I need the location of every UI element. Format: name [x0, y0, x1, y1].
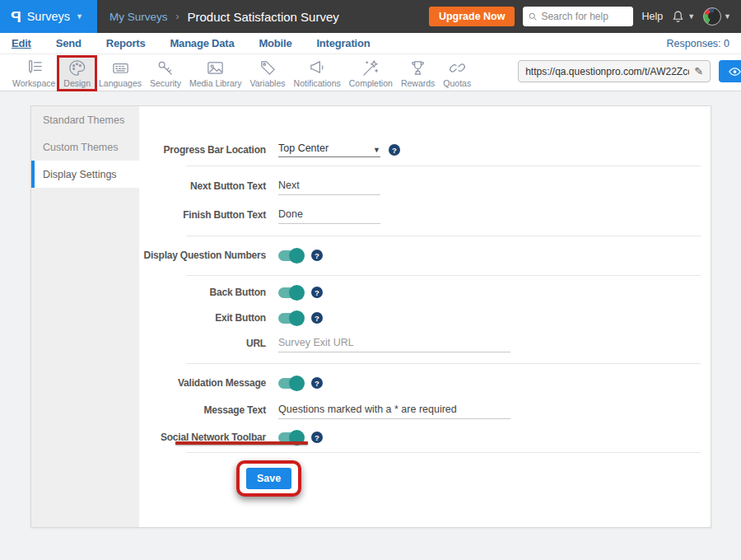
toolbar-label: Variables	[250, 78, 286, 88]
notifications-megaphone-icon	[308, 58, 327, 77]
toolbar-item-rewards[interactable]: Rewards	[397, 57, 439, 90]
social-network-toolbar-label: Social Network Toolbar	[139, 432, 266, 443]
breadcrumb-separator-icon: ›	[176, 11, 179, 22]
social-network-toolbar-toggle[interactable]	[278, 432, 303, 443]
questionpro-app: P Surveys ▼ My Surveys › Product Satisfa…	[0, 0, 741, 560]
toolbar-item-quotas[interactable]: Quotas	[439, 57, 475, 90]
toolbar-label: Languages	[99, 78, 142, 88]
next-button-text-row: Next Button Text	[139, 175, 711, 197]
toolbar-label: Notifications	[294, 78, 341, 88]
survey-title: Product Satisfaction Survey	[188, 10, 339, 24]
divider	[186, 236, 701, 236]
edit-url-pencil-icon[interactable]: ✎	[694, 65, 703, 77]
help-icon[interactable]: ?	[389, 144, 400, 156]
help-icon[interactable]: ?	[311, 377, 323, 389]
toolbar-item-languages[interactable]: Languages	[95, 57, 146, 90]
validation-message-label: Validation Message	[139, 377, 266, 389]
finish-button-text-input[interactable]	[278, 207, 380, 224]
upgrade-now-button[interactable]: Upgrade Now	[429, 7, 515, 26]
survey-nav-tabs: Edit Send Reports Manage Data Mobile Int…	[0, 33, 741, 54]
toolbar-label: Security	[150, 78, 181, 88]
finish-button-text-label: Finish Button Text	[139, 209, 266, 221]
toolbar-item-security[interactable]: Security	[146, 57, 185, 90]
back-button-toggle[interactable]	[278, 287, 303, 298]
toolbar-item-notifications[interactable]: Notifications	[290, 57, 345, 90]
annotation-save-box: Save	[236, 460, 301, 497]
sidebar-item-custom-themes[interactable]: Custom Themes	[31, 133, 139, 161]
variables-tag-icon	[259, 58, 277, 77]
chevron-down-icon: ▼	[76, 13, 83, 21]
languages-keyboard-icon	[111, 58, 130, 77]
toolbar-item-media-library[interactable]: Media Library	[185, 57, 246, 90]
tab-edit[interactable]: Edit	[12, 37, 31, 49]
tab-integration[interactable]: Integration	[316, 37, 370, 49]
responses-count: Responses: 0	[667, 38, 729, 49]
help-icon[interactable]: ?	[311, 432, 323, 443]
divider	[186, 275, 701, 276]
social-network-toolbar-row: Social Network Toolbar ?	[139, 427, 711, 448]
help-search-box[interactable]	[523, 7, 633, 26]
media-library-image-icon	[206, 58, 225, 77]
help-icon[interactable]: ?	[311, 250, 323, 261]
search-input[interactable]	[541, 11, 627, 22]
toolbar-item-completion[interactable]: Completion	[345, 57, 397, 90]
progress-bar-location-label: Progress Bar Location	[139, 144, 266, 156]
help-icon[interactable]: ?	[311, 312, 323, 324]
design-sidebar: Standard Themes Custom Themes Display Se…	[31, 106, 139, 527]
toolbar-label: Quotas	[443, 78, 471, 88]
divider	[186, 363, 701, 364]
message-text-input[interactable]	[278, 402, 510, 419]
message-text-label: Message Text	[139, 404, 266, 416]
toolbar-label: Workspace	[12, 78, 55, 88]
back-button-label: Back Button	[139, 287, 266, 298]
divider	[186, 452, 701, 453]
search-icon	[529, 12, 537, 21]
account-menu[interactable]: ▼	[703, 7, 731, 26]
chevron-down-icon: ▼	[724, 13, 731, 21]
help-icon[interactable]: ?	[311, 287, 323, 298]
header-actions: Upgrade Now Help ▼ ▼	[429, 7, 741, 26]
design-palette-icon	[68, 58, 86, 77]
validation-message-toggle[interactable]	[278, 378, 303, 389]
quotas-link-icon	[448, 58, 467, 77]
progress-bar-location-select[interactable]: Top Center ▼	[278, 142, 380, 157]
surveys-product-menu[interactable]: P Surveys ▼	[0, 0, 97, 33]
tab-send[interactable]: Send	[56, 37, 82, 49]
sidebar-item-display-settings[interactable]: Display Settings	[31, 161, 139, 188]
tab-mobile[interactable]: Mobile	[259, 37, 291, 49]
display-question-numbers-row: Display Question Numbers ?	[139, 245, 711, 266]
message-text-row: Message Text	[139, 399, 711, 421]
survey-url-field[interactable]: https://qa.questionpro.com/t/AW22Zcq2J ✎	[518, 60, 711, 82]
exit-button-row: Exit Button ?	[139, 307, 711, 329]
bell-icon	[671, 10, 685, 24]
save-button[interactable]: Save	[246, 468, 291, 489]
toolbar-label: Rewards	[401, 78, 435, 88]
progress-bar-location-row: Progress Bar Location Top Center ▼ ?	[139, 139, 711, 161]
sidebar-item-standard-themes[interactable]: Standard Themes	[31, 106, 139, 133]
toolbar-label: Completion	[349, 78, 393, 88]
display-settings-form: Progress Bar Location Top Center ▼ ? Nex…	[139, 106, 711, 527]
next-button-text-input[interactable]	[278, 178, 380, 195]
questionpro-logo-icon: P	[11, 9, 21, 25]
toolbar-item-variables[interactable]: Variables	[246, 57, 290, 90]
chevron-down-icon: ▼	[687, 13, 695, 21]
notifications-menu[interactable]: ▼	[671, 10, 695, 24]
display-question-numbers-toggle[interactable]	[278, 250, 303, 261]
exit-button-toggle[interactable]	[278, 313, 303, 324]
tab-reports[interactable]: Reports	[106, 37, 146, 49]
workspace-icon	[25, 58, 44, 77]
exit-url-input[interactable]	[278, 335, 510, 352]
back-button-row: Back Button ?	[139, 282, 711, 303]
completion-wand-icon	[361, 58, 380, 77]
toolbar-label: Media Library	[189, 78, 242, 88]
toolbar-item-design[interactable]: Design	[59, 57, 95, 90]
breadcrumb-my-surveys[interactable]: My Surveys	[110, 11, 168, 23]
preview-button[interactable]: Preview	[719, 60, 741, 82]
chevron-down-icon: ▼	[373, 147, 380, 154]
toolbar-label: Design	[63, 78, 91, 88]
toolbar-item-workspace[interactable]: Workspace	[8, 57, 59, 90]
tab-manage-data[interactable]: Manage Data	[170, 37, 234, 49]
rewards-trophy-icon	[408, 58, 427, 77]
help-link[interactable]: Help	[641, 11, 663, 22]
edit-toolbar: Workspace Design Languages Security Medi…	[0, 54, 741, 91]
